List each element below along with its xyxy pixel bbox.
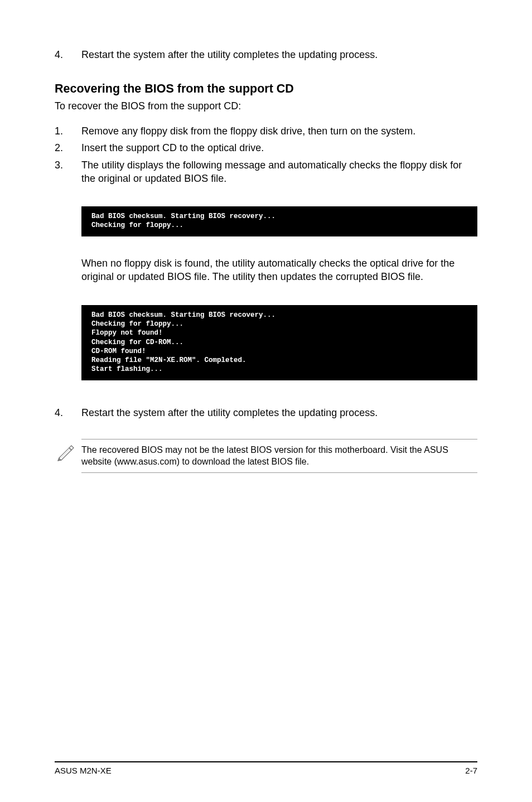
page-footer: ASUS M2N-XE 2-7 <box>55 761 477 775</box>
section-heading: Recovering the BIOS from the support CD <box>55 82 477 96</box>
footer-page-number: 2-7 <box>465 766 477 775</box>
terminal-output-1: Bad BIOS checksum. Starting BIOS recover… <box>81 206 477 236</box>
step-number: 4. <box>55 49 81 61</box>
step-number: 3. <box>55 158 81 186</box>
step-text: The utility displays the following messa… <box>81 158 477 186</box>
top-step-4: 4. Restart the system after the utility … <box>55 49 477 61</box>
note-box: The recovered BIOS may not be the latest… <box>57 439 477 473</box>
list-item: 1. Remove any floppy disk from the flopp… <box>55 124 477 138</box>
step-text: Insert the support CD to the optical dri… <box>81 141 477 154</box>
explanatory-paragraph: When no floppy disk is found, the utilit… <box>81 257 477 284</box>
terminal-output-2: Bad BIOS checksum. Starting BIOS recover… <box>81 305 477 380</box>
svg-line-1 <box>61 448 71 458</box>
pencil-note-icon <box>57 439 81 463</box>
list-item: 2. Insert the support CD to the optical … <box>55 141 477 154</box>
step-text: Restart the system after the utility com… <box>81 49 378 61</box>
steps-list: 1. Remove any floppy disk from the flopp… <box>55 124 477 185</box>
step-number: 2. <box>55 141 81 154</box>
footer-product: ASUS M2N-XE <box>55 766 112 775</box>
bottom-step-4: 4. Restart the system after the utility … <box>55 407 477 419</box>
step-number: 1. <box>55 124 81 138</box>
svg-line-0 <box>60 447 70 457</box>
step-text: Restart the system after the utility com… <box>81 407 378 419</box>
note-text: The recovered BIOS may not be the latest… <box>81 439 477 473</box>
list-item: 3. The utility displays the following me… <box>55 158 477 186</box>
step-text: Remove any floppy disk from the floppy d… <box>81 124 477 138</box>
step-number: 4. <box>55 407 81 419</box>
intro-text: To recover the BIOS from the support CD: <box>55 100 477 112</box>
